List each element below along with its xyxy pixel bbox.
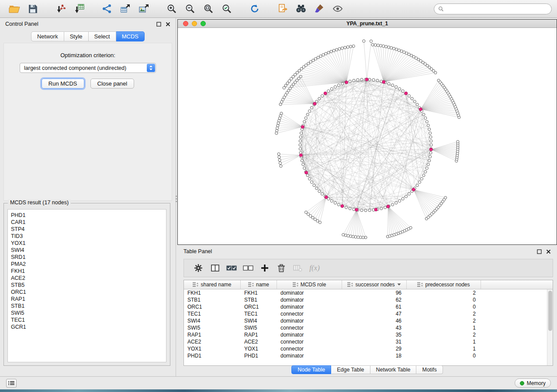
tab-network[interactable]: Network [31, 31, 64, 41]
cell-predecessors[interactable]: 2 [407, 332, 481, 338]
table-row[interactable]: RAP1RAP1dominator352 [184, 331, 547, 338]
cell-name[interactable]: SWI4 [241, 318, 277, 324]
column-header-successor-nodes[interactable]: successor nodes [342, 280, 407, 289]
cell-successors[interactable]: 43 [342, 325, 407, 331]
mcds-result-item[interactable]: PHD1 [8, 212, 166, 219]
open-folder-button[interactable] [6, 2, 23, 16]
cell-shared_name[interactable]: TEC1 [184, 311, 241, 317]
mcds-result-item[interactable]: SWI5 [8, 309, 166, 316]
cell-role[interactable]: dominator [277, 297, 342, 303]
cell-successors[interactable]: 29 [342, 346, 407, 352]
cell-role[interactable]: connector [277, 346, 342, 352]
refresh-view-button[interactable] [246, 2, 263, 16]
table-row[interactable]: SWI5SWI5connector431 [184, 324, 547, 331]
mcds-result-item[interactable]: STB1 [8, 303, 166, 309]
cell-predecessors[interactable]: 0 [407, 353, 481, 359]
window-minimize-button[interactable] [192, 21, 197, 26]
cell-predecessors[interactable]: 2 [407, 318, 481, 324]
cell-successors[interactable]: 18 [342, 353, 407, 359]
optimization-criterion-select[interactable]: largest connected component (undirected) [20, 63, 156, 73]
panel-splitter[interactable] [175, 196, 177, 203]
zoom-selected-button[interactable] [218, 2, 235, 16]
float-panel-icon[interactable] [156, 22, 161, 27]
cell-name[interactable]: PHD1 [241, 353, 277, 359]
table-row[interactable]: PHD1PHD1dominator180 [184, 352, 547, 359]
cell-shared_name[interactable]: ORC1 [184, 304, 241, 310]
search-network-button[interactable] [293, 2, 309, 16]
window-maximize-button[interactable] [201, 21, 206, 26]
cell-predecessors[interactable]: 0 [407, 297, 481, 303]
cell-role[interactable]: connector [277, 339, 342, 345]
deselect-all-rows-button[interactable] [242, 261, 255, 275]
cell-name[interactable]: ORC1 [241, 304, 277, 310]
cell-name[interactable]: TEC1 [241, 311, 277, 317]
mcds-result-item[interactable]: TID3 [8, 233, 166, 240]
cell-predecessors[interactable]: 0 [407, 304, 481, 310]
export-image-button[interactable] [135, 2, 152, 16]
tab-network-table[interactable]: Network Table [370, 365, 417, 374]
mcds-result-item[interactable]: SRD1 [8, 254, 166, 261]
zoom-in-button[interactable] [163, 2, 180, 16]
table-row[interactable]: ACE2ACE2connector311 [184, 338, 547, 345]
cell-role[interactable]: dominator [277, 353, 342, 359]
network-window-titlebar[interactable]: YPA_prune.txt_1 [178, 20, 557, 28]
cell-successors[interactable]: 61 [342, 304, 407, 310]
close-panel-icon[interactable] [546, 249, 551, 254]
cell-successors[interactable]: 31 [342, 339, 407, 345]
cell-successors[interactable]: 46 [342, 318, 407, 324]
import-table-file-button[interactable] [71, 2, 87, 16]
column-header-name[interactable]: name [241, 280, 277, 289]
mcds-result-item[interactable]: CAR1 [8, 219, 166, 226]
mcds-result-item[interactable]: TEC1 [8, 316, 166, 323]
scrollbar-thumb[interactable] [548, 291, 552, 331]
global-search[interactable] [434, 3, 552, 14]
show-hide-button[interactable] [329, 2, 346, 16]
tab-select[interactable]: Select [89, 31, 116, 41]
cell-predecessors[interactable]: 1 [407, 325, 481, 331]
show-column-panel-button[interactable] [208, 261, 221, 275]
cell-role[interactable]: dominator [277, 318, 342, 324]
cell-shared_name[interactable]: FKH1 [184, 290, 241, 296]
run-mcds-button[interactable]: Run MCDS [42, 79, 84, 89]
cell-successors[interactable]: 62 [342, 297, 407, 303]
table-row[interactable]: YOX1YOX1connector291 [184, 345, 547, 352]
cell-predecessors[interactable]: 1 [407, 346, 481, 352]
cell-role[interactable]: dominator [277, 332, 342, 338]
cell-shared_name[interactable]: SWI4 [184, 318, 241, 324]
status-menu-button[interactable] [6, 379, 17, 388]
cell-successors[interactable]: 96 [342, 290, 407, 296]
table-row[interactable]: TEC1TEC1connector472 [184, 310, 547, 317]
select-all-rows-button[interactable] [225, 261, 238, 275]
cell-shared_name[interactable]: STB1 [184, 297, 241, 303]
export-table-button[interactable] [117, 2, 134, 16]
table-row[interactable]: FKH1FKH1dominator962 [184, 289, 547, 296]
cell-name[interactable]: YOX1 [241, 346, 277, 352]
column-header-predecessor-nodes[interactable]: predecessor nodes [407, 280, 481, 289]
mcds-result-item[interactable]: YOX1 [8, 240, 166, 247]
cell-predecessors[interactable]: 2 [407, 290, 481, 296]
cell-shared_name[interactable]: PHD1 [184, 353, 241, 359]
zoom-out-button[interactable] [182, 2, 198, 16]
tab-node-table[interactable]: Node Table [291, 365, 331, 374]
window-close-button[interactable] [183, 21, 188, 26]
table-row[interactable]: STB1STB1dominator620 [184, 296, 547, 303]
export-document-button[interactable] [274, 2, 291, 16]
cell-name[interactable]: ACE2 [241, 339, 277, 345]
cell-successors[interactable]: 35 [342, 332, 407, 338]
save-session-button[interactable] [24, 2, 41, 16]
export-network-button[interactable] [99, 2, 115, 16]
delete-column-button[interactable] [275, 261, 288, 275]
table-vertical-scrollbar[interactable] [547, 289, 553, 365]
zoom-fit-button[interactable] [200, 2, 217, 16]
mcds-result-item[interactable]: STP4 [8, 226, 166, 233]
column-header-shared-name[interactable]: shared name [184, 280, 241, 289]
table-row[interactable]: SWI4SWI4dominator462 [184, 317, 547, 324]
search-input[interactable] [446, 6, 547, 12]
mcds-result-item[interactable]: GCR1 [8, 323, 166, 330]
cell-shared_name[interactable]: ACE2 [184, 339, 241, 345]
cell-shared_name[interactable]: YOX1 [184, 346, 241, 352]
cell-predecessors[interactable]: 1 [407, 339, 481, 345]
tab-mcds[interactable]: MCDS [116, 31, 145, 41]
table-row[interactable]: ORC1ORC1dominator610 [184, 303, 547, 310]
mcds-result-item[interactable]: FKH1 [8, 268, 166, 275]
